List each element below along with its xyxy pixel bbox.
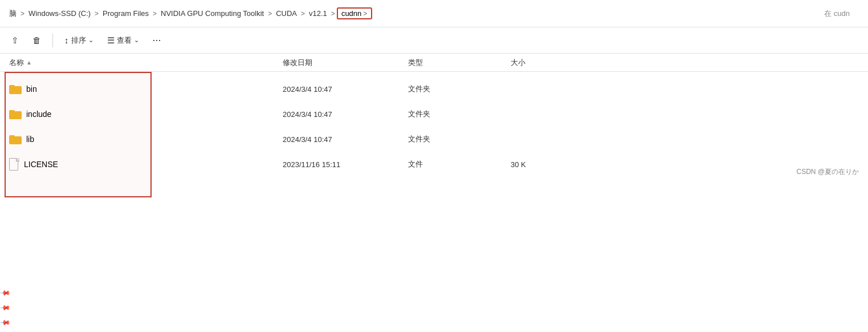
breadcrumb-bar: 脑 > Windows-SSD (C:) > Program Files > N… bbox=[0, 0, 868, 27]
breadcrumb-cudnn[interactable]: cudnn > bbox=[337, 7, 372, 19]
file-type-include: 文件夹 bbox=[408, 109, 511, 119]
breadcrumb-nvidia[interactable]: NVIDIA GPU Computing Toolkit bbox=[158, 8, 266, 19]
file-size-license: 30 K bbox=[511, 160, 526, 169]
toolbar: ⇧ 🗑 ↕ 排序 ⌄ ☰ 查看 ⌄ ··· bbox=[0, 27, 868, 54]
table-row[interactable]: bin 2024/3/4 10:47 文件夹 bbox=[0, 76, 868, 102]
more-button[interactable]: ··· bbox=[148, 32, 166, 48]
breadcrumb-sep-0: > bbox=[21, 10, 25, 18]
breadcrumb-sep-1: > bbox=[95, 10, 99, 18]
pin-icon-1[interactable]: 📌 bbox=[0, 287, 11, 298]
file-date-lib: 2024/3/4 10:47 bbox=[283, 135, 408, 144]
name-sort-arrow: ▲ bbox=[26, 59, 32, 66]
delete-button[interactable]: 🗑 bbox=[28, 33, 46, 47]
table-row[interactable]: include 2024/3/4 10:47 文件夹 bbox=[0, 102, 868, 127]
sort-icon: ↕ bbox=[64, 35, 69, 45]
main-content: bin 2024/3/4 10:47 文件夹 include 2024/3/4 … bbox=[0, 72, 868, 181]
toolbar-separator-1 bbox=[52, 34, 53, 47]
folder-icon bbox=[9, 134, 22, 144]
column-date-header[interactable]: 修改日期 bbox=[283, 58, 408, 68]
file-name-bin: bin bbox=[9, 84, 283, 94]
file-type-bin: 文件夹 bbox=[408, 84, 511, 94]
file-document-icon bbox=[9, 158, 19, 171]
breadcrumb-sep-3: > bbox=[268, 10, 272, 18]
pin-icon-3[interactable]: 📌 bbox=[0, 317, 11, 328]
pin-area: 📌 📌 📌 bbox=[1, 289, 9, 326]
breadcrumb-program-files[interactable]: Program Files bbox=[100, 8, 151, 19]
sort-chevron-icon: ⌄ bbox=[88, 37, 93, 44]
folder-icon bbox=[9, 109, 22, 119]
breadcrumb-c-drive[interactable]: Windows-SSD (C:) bbox=[26, 8, 93, 19]
pin-icon-2[interactable]: 📌 bbox=[0, 302, 11, 313]
breadcrumb-sep-2: > bbox=[153, 10, 157, 18]
view-button[interactable]: ☰ 查看 ⌄ bbox=[103, 33, 144, 48]
view-icon: ☰ bbox=[107, 35, 115, 46]
column-size-header[interactable]: 大小 bbox=[511, 58, 525, 68]
column-header-row: 名称 ▲ 修改日期 类型 大小 bbox=[0, 54, 868, 72]
file-date-include: 2024/3/4 10:47 bbox=[283, 110, 408, 119]
breadcrumb-sep-4: > bbox=[301, 10, 305, 18]
file-name-lib: lib bbox=[9, 134, 283, 144]
file-name-include: include bbox=[9, 109, 283, 119]
breadcrumb-v12[interactable]: v12.1 bbox=[307, 8, 329, 19]
share-icon: ⇧ bbox=[11, 35, 19, 46]
breadcrumb-sep-5: > bbox=[331, 10, 335, 18]
column-name-header[interactable]: 名称 ▲ bbox=[9, 58, 283, 68]
column-type-header[interactable]: 类型 bbox=[408, 58, 511, 68]
share-button[interactable]: ⇧ bbox=[7, 33, 23, 48]
view-chevron-icon: ⌄ bbox=[134, 37, 139, 44]
sort-button[interactable]: ↕ 排序 ⌄ bbox=[60, 33, 98, 48]
breadcrumb-cuda[interactable]: CUDA bbox=[274, 8, 299, 19]
table-row[interactable]: LICENSE 2023/11/16 15:11 文件 30 K bbox=[0, 152, 868, 177]
file-date-license: 2023/11/16 15:11 bbox=[283, 160, 408, 169]
file-type-lib: 文件夹 bbox=[408, 134, 511, 144]
trash-icon: 🗑 bbox=[32, 35, 41, 45]
breadcrumb-root[interactable]: 脑 bbox=[7, 7, 19, 20]
breadcrumb-sep-6: > bbox=[363, 10, 367, 18]
file-type-license: 文件 bbox=[408, 159, 511, 169]
search-area: 在 cudn bbox=[824, 9, 861, 19]
file-date-bin: 2024/3/4 10:47 bbox=[283, 85, 408, 94]
footer: CSDN @夏の在りか bbox=[796, 167, 859, 177]
file-list-area: bin 2024/3/4 10:47 文件夹 include 2024/3/4 … bbox=[0, 72, 868, 181]
folder-icon bbox=[9, 84, 22, 94]
breadcrumb-items: 脑 > Windows-SSD (C:) > Program Files > N… bbox=[7, 7, 824, 20]
file-name-license: LICENSE bbox=[9, 158, 283, 171]
table-row[interactable]: lib 2024/3/4 10:47 文件夹 bbox=[0, 127, 868, 152]
